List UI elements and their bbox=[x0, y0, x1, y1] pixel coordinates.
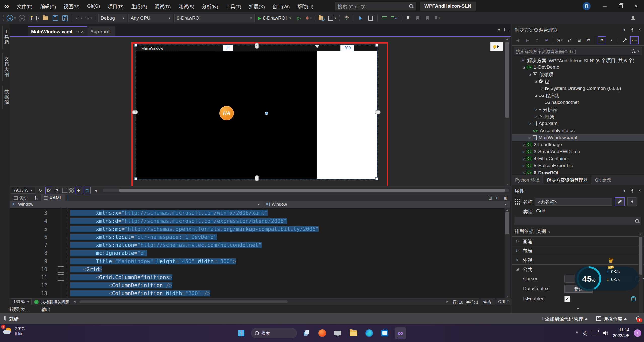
show-artboard-icon[interactable]: ⊡ bbox=[84, 187, 91, 194]
window-position-icon[interactable]: ▼ bbox=[623, 28, 626, 32]
tree-item[interactable]: ∞解决方案 'WPFAndHalcon-SLN' (6 个项目, 共 6 个) bbox=[512, 57, 644, 64]
expander-icon[interactable]: ▷ bbox=[521, 150, 527, 153]
pin-icon[interactable]: ⊸ bbox=[76, 30, 79, 34]
toolbar-grip[interactable] bbox=[3, 15, 4, 21]
expander-icon[interactable]: ▷ bbox=[539, 87, 545, 90]
expander-icon[interactable]: ▷ bbox=[521, 143, 527, 146]
xaml-designer-surface[interactable]: MainWindow 1* 200 HA bbox=[10, 37, 505, 186]
visual-studio-taskbar-icon[interactable]: ∞ bbox=[395, 327, 406, 339]
wrench-icon[interactable] bbox=[621, 36, 629, 44]
property-group-header[interactable]: ▷布局 bbox=[512, 246, 644, 255]
restore-button[interactable] bbox=[613, 0, 628, 12]
find-in-files-icon[interactable] bbox=[318, 14, 327, 22]
document-tab[interactable]: MainWindow.xaml⊸✕ bbox=[28, 26, 87, 37]
quick-actions-lightbulb[interactable] bbox=[490, 42, 503, 51]
expander-icon[interactable]: ▷ bbox=[533, 108, 539, 111]
eol-indicator[interactable]: CRLF bbox=[496, 299, 511, 305]
expander-icon[interactable]: ◢ bbox=[533, 94, 539, 97]
element-breadcrumb-left[interactable]: Window ▼ bbox=[10, 201, 263, 208]
snap-grid-icon[interactable] bbox=[62, 188, 67, 193]
menu-item[interactable]: 分析(N) bbox=[198, 0, 222, 12]
volume-icon[interactable] bbox=[603, 331, 608, 336]
anchor-bottom-icon[interactable] bbox=[255, 175, 259, 181]
space-indicator[interactable]: 空格 bbox=[481, 299, 493, 305]
remote-monitor-icon[interactable] bbox=[332, 327, 344, 339]
task-view-icon[interactable] bbox=[301, 327, 312, 339]
properties-search-input[interactable] bbox=[514, 217, 641, 225]
column-splitter-marker[interactable] bbox=[315, 45, 319, 50]
previous-bookmark-icon[interactable] bbox=[414, 14, 422, 22]
solution-search-input[interactable]: 搜索解决方案资源管理器(Ctrl+;) ▼ bbox=[514, 47, 642, 55]
start-button[interactable] bbox=[235, 327, 247, 339]
network-icon[interactable] bbox=[592, 331, 598, 335]
tree-item[interactable]: ▷≡分析器 bbox=[512, 106, 644, 113]
open-folder-icon[interactable] bbox=[41, 14, 50, 22]
taskbar-search-input[interactable]: 搜索 bbox=[251, 328, 297, 338]
tree-item[interactable]: ▷‹›MainWindow.xaml bbox=[512, 134, 644, 141]
save-icon[interactable] bbox=[51, 14, 60, 22]
tree-item[interactable]: ▷C#5-HalconExportLib bbox=[512, 162, 644, 169]
anchor-right-icon[interactable] bbox=[375, 110, 381, 114]
tree-item[interactable]: ▷C#4-FitToContainer bbox=[512, 155, 644, 162]
preview-selected-icon[interactable]: ⌐– bbox=[630, 36, 639, 44]
next-bookmark-icon[interactable] bbox=[423, 14, 432, 22]
platform-select[interactable]: Any CPU▼ bbox=[128, 14, 173, 22]
pin-icon[interactable] bbox=[631, 189, 634, 193]
expander-icon[interactable]: ▷ bbox=[527, 136, 533, 139]
tree-item[interactable]: ▷C#6-DrawROI bbox=[512, 169, 644, 175]
checkbox[interactable]: ✓ bbox=[564, 296, 570, 302]
column-indicator[interactable]: 字符: 1 bbox=[466, 299, 478, 305]
microsoft-store-icon[interactable] bbox=[379, 327, 390, 339]
select-repository-button[interactable]: 选择仓库 bbox=[596, 315, 627, 322]
notifications-button[interactable]: 1 bbox=[635, 316, 640, 321]
cursor-select-icon[interactable] bbox=[356, 14, 365, 22]
hot-reload-icon[interactable]: ▼ bbox=[305, 14, 313, 22]
navigate-window-icon[interactable]: ▼ bbox=[328, 14, 337, 22]
snapline-icon[interactable] bbox=[69, 188, 74, 193]
menu-item[interactable]: 编辑(E) bbox=[36, 0, 60, 12]
tree-item[interactable]: ◢C#1-DevDemo bbox=[512, 64, 644, 71]
chevron-down-icon[interactable]: ▼ bbox=[607, 36, 616, 44]
expander-icon[interactable]: ◢ bbox=[521, 65, 527, 69]
menu-item[interactable]: 测试(S) bbox=[175, 0, 198, 12]
start-without-debug-icon[interactable]: ▷ bbox=[295, 14, 303, 22]
resize-handle-top-left[interactable] bbox=[134, 44, 137, 47]
expander-icon[interactable]: ▷ bbox=[533, 115, 539, 118]
menu-item[interactable]: 调试(D) bbox=[151, 0, 174, 12]
save-all-icon[interactable] bbox=[61, 14, 69, 22]
tree-item[interactable]: halcondotnet bbox=[512, 99, 644, 106]
tool-rail-tab[interactable]: 数据源 bbox=[2, 86, 9, 109]
tree-item[interactable]: ◢程序集 bbox=[512, 92, 644, 99]
collapse-all-icon[interactable]: ⊟ bbox=[575, 36, 583, 44]
clock[interactable]: 11:14 2023/4/5 bbox=[613, 327, 629, 338]
paste-xaml-icon[interactable] bbox=[366, 14, 375, 22]
tab-design[interactable]: 设计 bbox=[11, 194, 32, 201]
sync-icon[interactable]: ⇄ bbox=[565, 36, 574, 44]
menu-item[interactable]: 视图(V) bbox=[60, 0, 83, 12]
expander-icon[interactable]: ▷ bbox=[527, 122, 533, 125]
browser-orange-icon[interactable] bbox=[316, 327, 328, 339]
property-group-header[interactable]: ▷画笔 bbox=[512, 236, 644, 246]
comment-lines-icon[interactable]: ↩ bbox=[390, 14, 399, 22]
properties-mode-wrench-button[interactable] bbox=[615, 197, 625, 206]
switch-views-icon[interactable]: ∞ bbox=[542, 36, 551, 44]
menu-item[interactable]: 窗口(W) bbox=[269, 0, 294, 12]
taskbar-weather-widget[interactable]: 1 20°C 阴雨 bbox=[3, 326, 25, 336]
forward-icon[interactable]: ▶ bbox=[18, 14, 26, 22]
menu-item[interactable]: Git(G) bbox=[83, 0, 104, 12]
sync-with-active-document-icon[interactable]: ⧉ bbox=[598, 36, 606, 44]
minimize-button[interactable]: ─ bbox=[597, 0, 613, 12]
expander-icon[interactable]: ▷ bbox=[521, 157, 527, 160]
column2-width-label[interactable]: 200 bbox=[340, 45, 354, 51]
more-properties-chevron-icon[interactable]: ⌄ bbox=[512, 304, 644, 311]
tool-rail-tab[interactable]: 文档大纲 bbox=[2, 53, 9, 81]
property-group-header[interactable]: ▷外观 bbox=[512, 255, 644, 264]
tree-item[interactable]: C#AssemblyInfo.cs bbox=[512, 127, 644, 134]
bottom-panel-tab[interactable]: 错误列表 ... bbox=[7, 306, 30, 312]
show-grid-icon[interactable] bbox=[54, 187, 61, 194]
resize-handle-bottom-right[interactable] bbox=[375, 177, 378, 180]
edge-icon[interactable] bbox=[363, 327, 375, 339]
configuration-select[interactable]: Debug▼ bbox=[98, 14, 127, 22]
quick-search-input[interactable]: 搜索 (Ctrl+Q) bbox=[335, 2, 416, 10]
indent-lines-icon[interactable] bbox=[380, 14, 389, 22]
